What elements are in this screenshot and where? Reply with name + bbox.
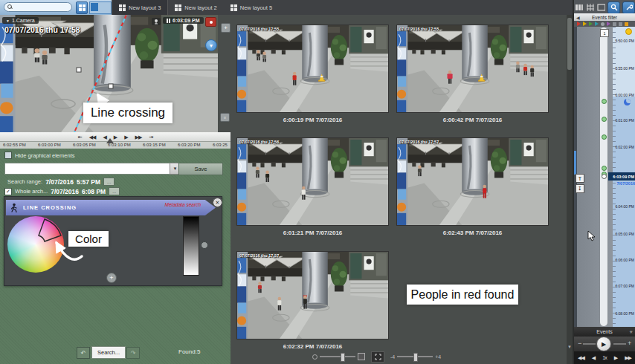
start-date-picker-button[interactable]: ... (103, 178, 115, 186)
event-filter-row (574, 21, 635, 27)
line-handle[interactable] (109, 84, 113, 88)
filter-red-icon[interactable] (577, 22, 581, 26)
export-down-arrow-button[interactable]: ▼ (205, 39, 217, 51)
filter-gray-1-icon[interactable] (613, 22, 616, 26)
events-bar[interactable]: Events ✳ (574, 327, 635, 337)
play-button[interactable]: ▶ (596, 337, 611, 351)
event-marker-dot[interactable] (602, 166, 607, 171)
whole-archive-label: Whole arch... (15, 188, 48, 195)
columns-layout-icon[interactable] (575, 3, 584, 12)
range-start-date[interactable]: 7/07/2016 (45, 178, 74, 186)
grid-layout-icon[interactable] (586, 3, 595, 12)
tab-new-layout-3[interactable]: New layout 3 (112, 0, 168, 15)
grayscale-handle[interactable] (201, 241, 208, 249)
result-thumbnail[interactable]: 07/07/2016 thu 17:55 (396, 25, 549, 113)
add-condition-button[interactable]: + (106, 273, 117, 283)
vms-app: New layout 3New layout 2New layout 5 (0, 0, 635, 364)
search-icon (7, 4, 13, 10)
columns-slider[interactable]: -4 +4 (390, 354, 441, 360)
event-marker-dot[interactable] (602, 134, 607, 140)
thumbnail-size-slider[interactable] (312, 353, 365, 360)
jump-forward-button[interactable]: ▶▶ (135, 134, 142, 140)
prev-event-button[interactable]: ⇤ (78, 134, 82, 140)
hide-graphical-label: Hide graphical elements (15, 152, 74, 159)
filter-green-icon[interactable] (589, 22, 593, 26)
save-button[interactable]: Save (178, 163, 223, 175)
next-frame-button[interactable]: ▶ (124, 134, 127, 140)
jump-back-button[interactable]: ◀◀ (89, 134, 96, 140)
timeline-accent (574, 151, 576, 175)
result-thumbnail[interactable]: 07/07/2016 thu 17:55 (236, 25, 389, 113)
timeline-position-handle[interactable] (602, 174, 607, 179)
text-tool-button[interactable]: T (576, 174, 584, 183)
speed-plus[interactable]: + (628, 340, 631, 347)
redo-button[interactable]: ↷ (126, 347, 140, 359)
filter-gray-dot-icon[interactable] (601, 22, 605, 26)
result-thumbnail[interactable]: 07/07/2016 thu 17:57 (396, 137, 549, 226)
timeline-position-marker[interactable] (106, 138, 114, 143)
add-panel-button[interactable]: + (221, 23, 231, 33)
grayscale-bar[interactable] (183, 216, 199, 276)
events-filter-header[interactable]: ◀ Events filter (574, 13, 635, 21)
microphone-icon[interactable] (152, 18, 161, 25)
camera-timeline-ticks[interactable]: 6:02:55 PM6:03:00 PM6:03:05 PM6:03:10 PM… (0, 141, 231, 149)
timeline-night-band (613, 97, 635, 327)
next-frame-button[interactable]: ▶ (614, 355, 617, 360)
single-layout-icon[interactable] (597, 3, 606, 12)
timeline-time-label: 6:00:00 PM (611, 93, 634, 97)
timeline-area[interactable]: 1 5:50:00 PM5:55:00 PM6:00:00 PM6:01:00 … (574, 27, 635, 327)
small-size-icon (312, 354, 318, 360)
layouts-grid-button[interactable] (76, 1, 88, 14)
range-end-date[interactable]: 7/07/2016 (51, 188, 79, 195)
next-event-button[interactable]: ⇥ (149, 134, 152, 140)
result-thumbnail[interactable]: 07/07/2016 thu 17:57 (236, 251, 389, 339)
search-mode-button[interactable] (607, 1, 620, 14)
filter-gray-2-icon[interactable] (619, 22, 622, 26)
line-handle[interactable] (77, 68, 81, 72)
filter-orange-icon[interactable] (625, 22, 628, 26)
record-button[interactable] (205, 17, 216, 27)
range-end-time[interactable]: 6:08 PM (82, 188, 106, 195)
fit-view-button[interactable] (371, 351, 384, 363)
gear-icon[interactable]: ✳ (629, 329, 633, 334)
columns-min-label: -4 (390, 354, 395, 360)
filter-violet-icon[interactable] (607, 22, 610, 26)
whole-archive-checkbox[interactable]: ✓ (4, 188, 12, 195)
camera-title-chip[interactable]: ▼ 1.Camera (2, 17, 39, 24)
prev-frame-button[interactable]: ◀ (592, 355, 595, 360)
chevron-left-icon: ◀ (576, 15, 580, 20)
download-button[interactable]: ↧ (576, 184, 584, 193)
speed-minus[interactable]: − (578, 340, 581, 347)
close-icon[interactable]: ✕ (213, 198, 222, 207)
scrollbar-thumb[interactable] (567, 18, 572, 70)
event-marker-dot[interactable] (602, 117, 607, 122)
layout-tabs: New layout 3New layout 2New layout 5 (112, 0, 573, 15)
play-button[interactable]: ▶ (114, 134, 117, 140)
tab-new-layout-2[interactable]: New layout 2 (168, 0, 223, 15)
found-count: Found:5 (178, 348, 200, 355)
filter-teal-icon[interactable] (595, 22, 599, 26)
tab-new-layout-5[interactable]: New layout 5 (224, 0, 279, 15)
filter-yellow-icon[interactable] (583, 22, 587, 26)
event-marker-dot[interactable] (602, 99, 607, 104)
query-dropdown[interactable] (4, 163, 171, 175)
settings-button[interactable] (622, 1, 635, 14)
undo-button[interactable]: ↶ (77, 347, 90, 359)
prev-event-button[interactable]: ◀◀ (578, 355, 584, 360)
playback-speed-control: − ▶ + (574, 337, 635, 351)
result-thumbnail[interactable]: 07/07/2016 thu 17:56 (236, 137, 389, 226)
next-event-button[interactable]: ▶▶ (625, 355, 631, 360)
layout-preview[interactable] (89, 1, 112, 14)
panel-collapse-button[interactable]: ▫ (220, 113, 230, 122)
search-button[interactable]: Search... (91, 346, 126, 359)
result-timestamp: 6:00:19 PM 7/07/2016 (236, 117, 389, 123)
search-input-field[interactable] (15, 4, 70, 10)
end-date-picker-button[interactable]: ... (109, 187, 120, 195)
range-start-time[interactable]: 5:57 PM (77, 178, 100, 186)
hide-graphical-checkbox[interactable] (4, 152, 12, 159)
pause-icon[interactable] (167, 19, 170, 23)
camera-view[interactable]: ▼ 1.Camera 6:03:09 PM ▼ 07/07/2016 thu 1… (0, 15, 218, 132)
scrollbar-down-arrow[interactable]: ▼ (567, 343, 573, 351)
search-input[interactable] (4, 2, 72, 12)
timeline-sidebar: ◀ Events filter 1 5:50:00 PM5:55:00 PM6:… (574, 13, 635, 364)
